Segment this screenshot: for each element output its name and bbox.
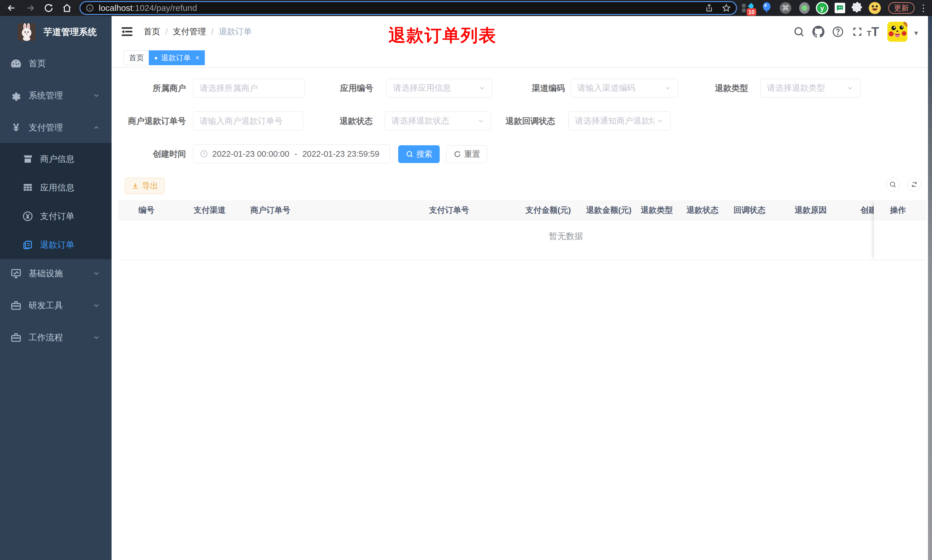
- address-bar[interactable]: localhost:1024/pay/refund: [80, 1, 737, 15]
- extension-badge: 10: [747, 8, 757, 16]
- browser-update-button[interactable]: 更新: [888, 2, 915, 14]
- date-range-end[interactable]: 2022-01-23 23:59:59: [302, 149, 379, 159]
- tag-close-icon[interactable]: ×: [195, 54, 199, 62]
- filter-label-notify-status: 退款回调状态: [495, 112, 555, 131]
- tag-home[interactable]: 首页: [124, 50, 149, 65]
- extension-command-icon[interactable]: ⌘: [779, 2, 792, 15]
- app-no-select[interactable]: 请选择应用信息: [386, 78, 492, 97]
- chevron-down-icon: [657, 117, 664, 125]
- reset-button[interactable]: 重置: [446, 145, 487, 163]
- sidebar-item-refund-order[interactable]: 退款订单: [0, 231, 112, 259]
- extension-chat-icon[interactable]: [833, 2, 847, 15]
- page-scrollbar[interactable]: [928, 16, 932, 560]
- extension-dot-icon[interactable]: [798, 2, 811, 15]
- fullscreen-icon[interactable]: [851, 26, 863, 38]
- download-icon: [131, 182, 139, 190]
- sidebar-item-label: 支付订单: [40, 211, 74, 222]
- table-refresh-button[interactable]: [907, 178, 921, 191]
- sidebar-item-workflow[interactable]: 工作流程: [0, 322, 112, 354]
- browser-home-icon[interactable]: [62, 3, 72, 13]
- sidebar: 芋道管理系统 首页 系统管理 ¥ 支付管理 商户信息 应用信息: [0, 16, 112, 560]
- extension-pin-icon[interactable]: 10: [740, 2, 754, 15]
- clock-icon: [200, 149, 208, 158]
- sidebar-item-label: 支付管理: [29, 122, 63, 134]
- browser-menu-icon[interactable]: ⋮: [919, 2, 928, 14]
- tag-label: 首页: [129, 53, 144, 63]
- refresh-icon: [454, 150, 461, 158]
- merchant-refund-no-input[interactable]: [193, 112, 303, 131]
- channel-select[interactable]: 请输入渠道编码: [571, 78, 678, 97]
- sidebar-item-infra[interactable]: 基础设施: [0, 257, 112, 289]
- breadcrumb-home[interactable]: 首页: [144, 26, 160, 37]
- sidebar-collapse-icon[interactable]: [121, 26, 133, 38]
- yen-icon: ¥: [10, 121, 22, 134]
- url-text[interactable]: localhost:1024/pay/refund: [99, 3, 697, 13]
- extension-emoji-icon[interactable]: [868, 2, 882, 15]
- browser-forward-icon[interactable]: [25, 3, 35, 13]
- url-host: localhost: [99, 3, 132, 12]
- page-annotation-title: 退款订单列表: [389, 24, 497, 47]
- share-icon[interactable]: [704, 3, 714, 12]
- create-time-range-picker[interactable]: 2022-01-23 00:00:00 - 2022-01-23 23:59:5…: [193, 145, 390, 163]
- chevron-down-icon: [478, 85, 486, 92]
- chevron-down-icon: [93, 92, 100, 99]
- monitor-icon: [10, 267, 22, 280]
- filter-label-merchant: 所属商户: [112, 78, 186, 97]
- refund-type-placeholder: 请选择退款类型: [767, 82, 844, 94]
- tag-refund-order[interactable]: ● 退款订单 ×: [149, 50, 205, 65]
- filter-label-refund-type: 退款类型: [687, 78, 748, 97]
- help-icon[interactable]: [832, 26, 844, 38]
- chevron-up-icon: [93, 124, 100, 131]
- app-no-placeholder: 请选择应用信息: [393, 82, 476, 94]
- refund-status-select[interactable]: 请选择退款状态: [385, 112, 491, 131]
- search-button[interactable]: 搜索: [398, 145, 440, 163]
- github-icon[interactable]: [812, 26, 824, 38]
- merchant-refund-no-field[interactable]: [200, 116, 297, 126]
- notify-status-placeholder: 请选择通知商户退款结果的: [575, 115, 654, 127]
- search-icon: [406, 150, 414, 158]
- user-avatar[interactable]: [887, 22, 907, 42]
- sidebar-item-app-info[interactable]: 应用信息: [0, 173, 112, 202]
- sidebar-item-home[interactable]: 首页: [0, 48, 112, 80]
- sidebar-item-pay[interactable]: ¥ 支付管理: [0, 112, 112, 143]
- extension-y-icon[interactable]: y: [815, 2, 829, 15]
- url-path: :1024/pay/refund: [132, 3, 197, 12]
- chevron-down-icon: [664, 85, 671, 92]
- column-header-create-time: 创建时间: [860, 200, 874, 220]
- briefcase-icon: [10, 331, 22, 344]
- sidebar-item-merchant-info[interactable]: 商户信息: [0, 145, 112, 173]
- column-header-operation: 操作: [890, 200, 906, 220]
- merchant-input-field[interactable]: [200, 83, 298, 93]
- sidebar-item-devtools[interactable]: 研发工具: [0, 289, 112, 322]
- svg-text:y: y: [820, 5, 824, 12]
- table-header: 编号 支付渠道 商户订单号 支付订单号 支付金额(元) 退款金额(元) 退款类型…: [118, 200, 926, 220]
- table-search-toggle-button[interactable]: [886, 178, 900, 191]
- document-copy-icon: [22, 239, 33, 250]
- browser-reload-icon[interactable]: [43, 3, 54, 13]
- header-search-icon[interactable]: [793, 26, 805, 38]
- notify-status-select[interactable]: 请选择通知商户退款结果的: [568, 112, 671, 131]
- browser-back-icon[interactable]: [6, 3, 17, 13]
- column-header-pay-order-no: 支付订单号: [429, 200, 469, 220]
- avatar-caret-icon[interactable]: ▾: [914, 29, 918, 37]
- extension-puzzle-icon[interactable]: [850, 2, 864, 15]
- extension-balloon-icon[interactable]: [760, 2, 774, 15]
- breadcrumb-pay[interactable]: 支付管理: [173, 26, 206, 37]
- dashboard-icon: [10, 57, 22, 70]
- chevron-down-icon: [93, 334, 100, 341]
- font-size-icon[interactable]: TT: [867, 25, 879, 39]
- date-range-start[interactable]: 2022-01-23 00:00:00: [212, 149, 289, 159]
- export-button[interactable]: 导出: [125, 178, 165, 194]
- merchant-input[interactable]: [193, 78, 305, 97]
- bookmark-star-icon[interactable]: [722, 3, 731, 12]
- sidebar-item-system[interactable]: 系统管理: [0, 80, 112, 112]
- page-content: 所属商户 应用编号 请选择应用信息 渠道编码 请输入渠道编码 退款类型 请选择退…: [112, 68, 928, 560]
- app-logo-row[interactable]: 芋道管理系统: [0, 22, 112, 42]
- sidebar-item-label: 退款订单: [40, 239, 74, 251]
- site-info-icon[interactable]: [86, 4, 94, 12]
- tag-label: 退款订单: [161, 53, 191, 63]
- refund-type-select[interactable]: 请选择退款类型: [760, 78, 860, 97]
- app-title: 芋道管理系统: [43, 26, 97, 38]
- sidebar-item-pay-order[interactable]: 支付订单: [0, 202, 112, 231]
- filter-label-create-time: 创建时间: [112, 145, 186, 163]
